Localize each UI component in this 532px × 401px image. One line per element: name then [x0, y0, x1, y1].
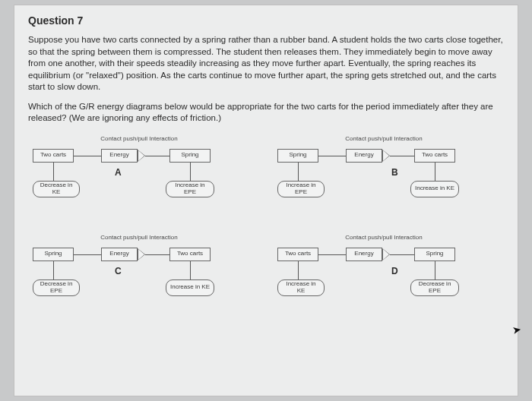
- diagram-d-energy-label: Energy: [346, 248, 382, 261]
- diagram-a-letter: A: [115, 167, 122, 178]
- connector-line: [435, 261, 435, 279]
- diagram-b-title: Contact push/pull Interaction: [277, 135, 490, 142]
- diagram-a-right-object: Spring: [169, 149, 211, 163]
- diagram-b[interactable]: Contact push/pull Interaction Spring Ene…: [277, 135, 490, 219]
- question-prompt-1: Suppose you have two carts connected by …: [28, 34, 504, 93]
- connector-line: [74, 156, 101, 156]
- diagram-d-right-change: Decrease in EPE: [410, 279, 459, 296]
- connector-line: [190, 261, 191, 279]
- cursor-icon: ➤: [511, 323, 523, 336]
- arrow-right-icon: [138, 249, 144, 260]
- question-sheet: Question 7 Suppose you have two carts co…: [14, 5, 518, 396]
- connector-line: [318, 156, 346, 156]
- arrow-right-icon: [383, 150, 389, 161]
- diagram-b-right-object: Two carts: [414, 149, 455, 163]
- diagram-d-left-object: Two carts: [277, 248, 318, 261]
- diagram-b-letter: B: [391, 167, 398, 178]
- diagram-c-title: Contact push/pull Interaction: [33, 234, 245, 241]
- connector-line: [298, 163, 299, 181]
- diagram-d-right-object: Spring: [414, 248, 455, 261]
- diagram-d-left-change: Increase in KE: [277, 279, 325, 296]
- diagram-b-left-object: Spring: [277, 149, 318, 163]
- arrow-right-icon: [138, 150, 144, 161]
- connector-line: [435, 163, 435, 181]
- connector-line: [390, 156, 414, 156]
- arrow-right-icon: [383, 249, 389, 260]
- connector-line: [390, 254, 414, 255]
- diagram-grid: Contact push/pull Interaction Two carts …: [28, 135, 504, 317]
- diagram-c-right-change: Increase in KE: [166, 279, 214, 296]
- diagram-c-left-change: Decrease in EPE: [33, 279, 80, 296]
- diagram-d-letter: D: [391, 266, 398, 276]
- connector-line: [74, 254, 101, 255]
- diagram-c-left-object: Spring: [33, 248, 74, 261]
- diagram-c[interactable]: Contact push/pull Interaction Spring Ene…: [33, 234, 245, 317]
- diagram-c-letter: C: [115, 266, 122, 276]
- diagram-a[interactable]: Contact push/pull Interaction Two carts …: [33, 135, 245, 219]
- diagram-a-title: Contact push/pull Interaction: [33, 135, 245, 142]
- diagram-d-title: Contact push/pull Interaction: [277, 234, 490, 241]
- connector-line: [145, 254, 169, 255]
- diagram-b-right-change: Increase in KE: [410, 181, 459, 197]
- connector-line: [145, 156, 169, 156]
- diagram-b-energy-label: Energy: [346, 149, 382, 163]
- diagram-c-right-object: Two carts: [169, 248, 211, 261]
- connector-line: [190, 163, 191, 181]
- question-title: Question 7: [28, 14, 504, 27]
- connector-line: [53, 261, 54, 279]
- diagram-a-right-change: Increase in EPE: [166, 181, 214, 197]
- diagram-c-energy-label: Energy: [101, 248, 138, 261]
- diagram-a-energy-label: Energy: [101, 149, 138, 163]
- diagram-a-left-change: Decrease in KE: [33, 181, 80, 197]
- question-prompt-2: Which of the G/R energy diagrams below w…: [28, 101, 504, 125]
- connector-line: [298, 261, 299, 279]
- connector-line: [53, 163, 54, 181]
- diagram-b-left-change: Increase in EPE: [277, 181, 325, 197]
- connector-line: [318, 254, 346, 255]
- diagram-d[interactable]: Contact push/pull Interaction Two carts …: [277, 234, 490, 317]
- diagram-a-left-object: Two carts: [33, 149, 74, 163]
